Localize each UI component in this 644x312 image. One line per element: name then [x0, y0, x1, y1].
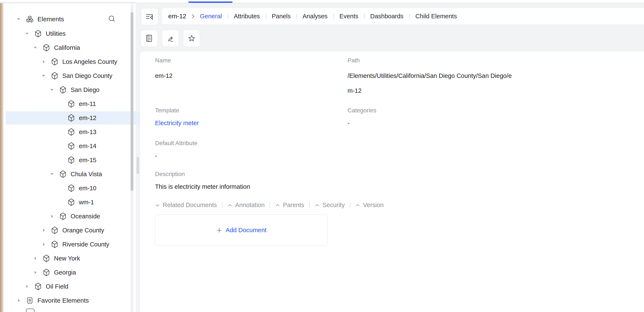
collapse-tree-button[interactable] [141, 8, 158, 25]
edit-button[interactable] [162, 30, 179, 47]
categories-label: Categories [348, 107, 376, 114]
tree-item-utilities[interactable]: Utilities [6, 27, 146, 40]
tree-expand-chevron-icon[interactable] [41, 242, 46, 246]
tree-expand-chevron-icon[interactable] [25, 284, 29, 288]
breadcrumb-chevron-icon [192, 14, 195, 19]
tab-label: Attributes [234, 13, 260, 20]
tab-label: Child Elements [415, 13, 457, 20]
tree-item-los-angeles-county[interactable]: Los Angeles County [6, 55, 163, 68]
tree-item-label: San Diego County [62, 72, 112, 79]
tab-general[interactable]: General [200, 13, 222, 20]
tab-attributes[interactable]: Attributes [222, 13, 260, 20]
element-cube-icon [59, 170, 67, 178]
breadcrumb-element[interactable]: em-12 [168, 13, 186, 20]
collapse-panel-icon [145, 12, 154, 21]
tab-label: General [200, 13, 222, 20]
element-cube-icon [34, 30, 42, 38]
tree-expand-chevron-icon[interactable] [50, 172, 54, 176]
tab-analyses[interactable]: Analyses [290, 13, 328, 20]
tab-label: Events [340, 13, 358, 20]
tree-expand-chevron-icon[interactable] [16, 298, 21, 302]
tree-item-label: em-14 [79, 143, 96, 150]
tree-item-riverside-county[interactable]: Riverside County [6, 238, 163, 251]
template-label: Template [155, 107, 179, 114]
section-toggle-parents[interactable]: Parents [264, 202, 304, 209]
element-cube-icon [42, 254, 50, 262]
element-cube-icon [68, 114, 75, 122]
tab-events[interactable]: Events [328, 13, 358, 20]
tree-item-label: em-12 [79, 115, 96, 122]
section-label: Version [363, 202, 384, 209]
tree-item-label: Georgia [54, 269, 76, 276]
section-toggle-annotation[interactable]: Annotation [217, 202, 265, 209]
tree-expand-chevron-icon[interactable] [41, 60, 46, 64]
name-label: Name [155, 57, 171, 64]
favorite-button[interactable] [183, 30, 200, 47]
tree-item-orange-county[interactable]: Orange County [6, 224, 163, 237]
tree-expand-chevron-icon[interactable] [33, 256, 38, 260]
tree-item-label: Oceanside [70, 213, 100, 220]
path-value-line2: m-12 [348, 87, 362, 94]
description-value: This is electricity meter information [155, 183, 250, 190]
tree-expand-chevron-icon[interactable] [33, 46, 38, 50]
search-icon[interactable] [108, 15, 116, 23]
tree-item-label: em-11 [79, 100, 96, 108]
tree-expand-chevron-icon[interactable] [16, 17, 21, 21]
tab-dashboards[interactable]: Dashboards [358, 13, 404, 20]
elements-cubes-icon [26, 15, 34, 23]
general-detail-panel: Name em-12 Path /Elements/Utilities/Cali… [140, 51, 644, 312]
tree-expand-chevron-icon[interactable] [41, 74, 46, 78]
element-cube-icon [51, 240, 58, 248]
section-chevron-icon [155, 203, 160, 207]
section-label: Annotation [235, 202, 265, 209]
sidebar-scrollbar-thumb[interactable] [130, 12, 133, 191]
section-label: Related Documents [163, 202, 217, 209]
tree-item-label: em-13 [79, 129, 96, 136]
section-chevron-icon [356, 203, 360, 207]
element-cube-icon [68, 156, 75, 164]
tree-item-label: Elements [38, 16, 64, 23]
tree-item-label: em-10 [79, 185, 96, 192]
tree-expand-chevron-icon[interactable] [50, 88, 54, 92]
tree-item-label: Favorite Elements [38, 297, 89, 304]
plus-icon [216, 227, 222, 233]
element-cube-icon [59, 86, 67, 94]
section-chevron-icon [228, 203, 232, 207]
add-document-button[interactable]: Add Document [155, 214, 328, 246]
tree-expand-chevron-icon[interactable] [33, 270, 38, 274]
tree-item-label: Los Angeles County [62, 58, 117, 65]
breadcrumb-tab-bar: em-12 GeneralAttributesPanelsAnalysesEve… [162, 8, 644, 25]
tree-expand-chevron-icon[interactable] [25, 32, 29, 36]
tree-item-elements[interactable]: Elements [6, 13, 138, 26]
element-cube-icon [68, 198, 75, 206]
element-cube-icon [42, 268, 50, 276]
tree-item-label: em-15 [79, 157, 96, 164]
tree-item-san-diego-county[interactable]: San Diego County [6, 69, 163, 82]
detail-tabs: GeneralAttributesPanelsAnalysesEventsDas… [200, 13, 457, 20]
section-toggle-version[interactable]: Version [345, 202, 384, 209]
default-attribute-value: - [155, 152, 157, 159]
element-cube-icon [68, 142, 75, 150]
tree-item-label: New York [54, 255, 80, 262]
tree-item-label: Utilities [46, 30, 66, 37]
view-details-button[interactable] [140, 30, 158, 47]
path-label: Path [348, 57, 360, 64]
tree-item-favorite-elements[interactable]: Favorite Elements [6, 294, 138, 307]
tree-item-label: Oil Field [46, 283, 68, 290]
element-cube-icon [34, 282, 42, 290]
template-link[interactable]: Electricity meter [155, 120, 199, 127]
section-label: Parents [283, 202, 304, 209]
window-left-edge [0, 0, 4, 312]
tab-panels[interactable]: Panels [260, 13, 291, 20]
tree-expand-chevron-icon[interactable] [50, 214, 54, 218]
tree-item-label: San Diego [70, 86, 99, 93]
section-toggle-security[interactable]: Security [304, 202, 345, 209]
tab-child-elements[interactable]: Child Elements [404, 13, 457, 20]
section-toggle-related-documents[interactable]: Related Documents [155, 202, 217, 209]
tree-expand-chevron-icon[interactable] [41, 228, 46, 232]
partial-tree-icon [26, 308, 34, 312]
section-chevron-icon [315, 203, 320, 207]
content-scrollbar-thumb[interactable] [136, 157, 139, 174]
tree-item-oil-field[interactable]: Oil Field [6, 280, 146, 293]
categories-value: - [348, 120, 350, 127]
